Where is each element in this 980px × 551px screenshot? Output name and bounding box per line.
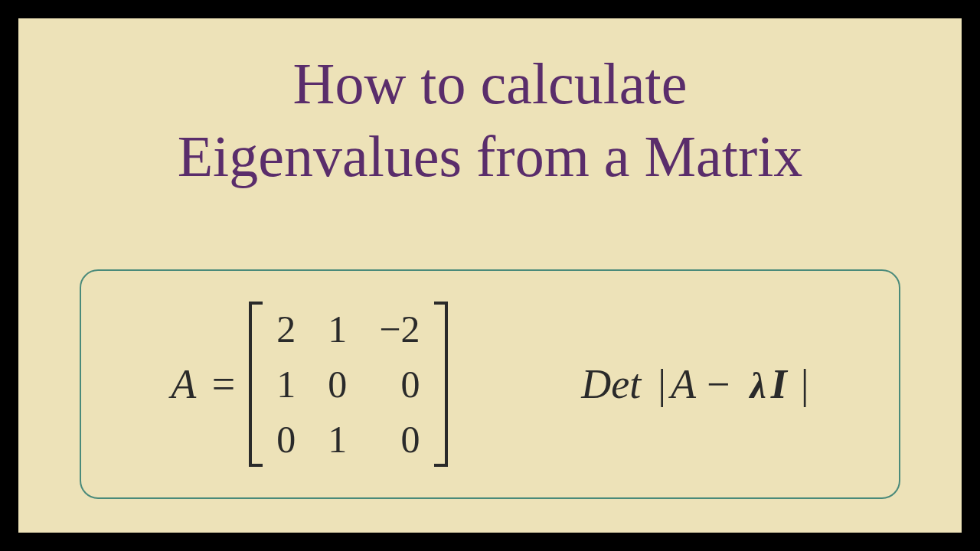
- cell-1-1: 0: [328, 362, 347, 406]
- right-bracket-icon: [434, 302, 448, 467]
- cell-0-1: 1: [328, 307, 347, 351]
- formula-box: A = 2 1 −2 1 0 0 0 1 0 Det: [80, 269, 900, 499]
- matrix-grid: 2 1 −2 1 0 0 0 1 0: [263, 301, 433, 468]
- slide-frame: How to calculate Eigenvalues from a Matr…: [18, 18, 962, 533]
- title-line-2: Eigenvalues from a Matrix: [18, 120, 962, 193]
- cell-1-0: 1: [276, 362, 296, 406]
- cell-0-0: 2: [276, 307, 296, 351]
- matrix-A: 2 1 −2 1 0 0 0 1 0: [249, 301, 447, 468]
- symbol-A: A: [671, 360, 696, 408]
- symbol-lambda: λ: [750, 364, 766, 406]
- cell-2-1: 1: [328, 417, 347, 461]
- matrix-symbol-A: A: [171, 361, 195, 407]
- symbol-I: I: [771, 360, 787, 408]
- title-line-1: How to calculate: [18, 47, 962, 120]
- equals-sign: =: [212, 361, 235, 407]
- cell-0-2: −2: [379, 307, 420, 351]
- matrix-definition: A = 2 1 −2 1 0 0 0 1 0: [171, 301, 447, 468]
- bar-right: |: [801, 360, 809, 408]
- cell-2-2: 0: [379, 417, 420, 461]
- determinant-expression: Det | A − λ I |: [581, 360, 808, 408]
- cell-1-2: 0: [379, 362, 420, 406]
- bar-left: |: [658, 360, 666, 408]
- slide-title: How to calculate Eigenvalues from a Matr…: [18, 18, 962, 193]
- det-label: Det: [581, 360, 641, 408]
- cell-2-0: 0: [276, 417, 296, 461]
- left-bracket-icon: [249, 302, 263, 467]
- matrix-label: A =: [171, 360, 235, 408]
- minus-sign: −: [707, 360, 730, 408]
